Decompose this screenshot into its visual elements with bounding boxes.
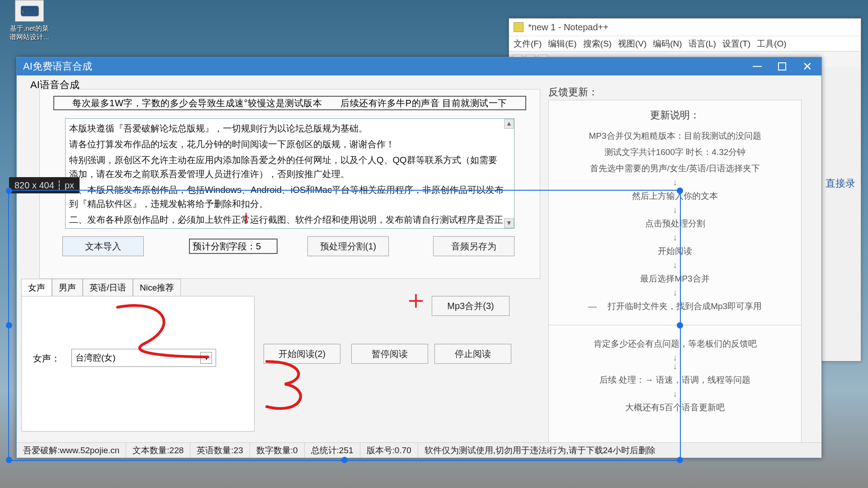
start-read-button[interactable]: 开始阅读(2): [264, 344, 340, 364]
input-panel: 每次最多1W字，字数的多少会导致生成速°较慢这是测试版本 后续还有许多牛P的声音…: [39, 89, 540, 279]
feedback-line: — 打开临时文件夹，找到合成Mp3即可享用: [558, 300, 792, 312]
update-title: 更新说明：: [558, 108, 792, 122]
main-textarea[interactable]: ▲ 本版块遵循『吾爱破解论坛总版规』，一切规则行为以论坛总版规为基础。 请各位打…: [65, 118, 514, 229]
status-total: 总统计:251: [305, 443, 360, 458]
banner-text: 每次最多1W字，字数的多少会导致生成速°较慢这是测试版本 后续还有许多牛P的声音…: [53, 96, 526, 110]
notepadpp-menu[interactable]: 文件(F) 编辑(E) 搜索(S) 视图(V) 编码(N) 语言(L) 设置(T…: [509, 36, 861, 51]
selection-handle[interactable]: [6, 322, 12, 328]
stop-read-button[interactable]: 停止阅读: [434, 344, 511, 364]
desktop-shortcut[interactable]: ⌨ 基于.net的菜谱网站设计...: [9, 0, 50, 42]
scroll-up-icon[interactable]: ▲: [504, 119, 514, 129]
menu-settings[interactable]: 设置(T): [722, 38, 750, 50]
arrow-down-icon: ↓: [558, 361, 792, 371]
feedback-panel: 更新说明： MP3合并仅为粗糙版本：目前我测试的没问题 测试文字共计1600字 …: [548, 100, 802, 452]
arrow-down-icon: ↓: [558, 287, 792, 298]
ai-window-title: AI免费语言合成: [23, 60, 92, 73]
minimize-icon[interactable]: [753, 66, 762, 67]
menu-tools[interactable]: 工具(O): [757, 38, 786, 50]
tab-female[interactable]: 女声: [21, 279, 52, 296]
arrow-down-icon: ↓: [558, 389, 792, 399]
feedback-line: 最后选择MP3合并: [558, 273, 792, 285]
voice-tab-pane: 女声： 台湾腔(女) ▾: [21, 296, 255, 432]
scroll-down-icon[interactable]: ▼: [504, 218, 514, 228]
status-num-count: 数字数量:0: [250, 443, 305, 458]
menu-edit[interactable]: 编辑(E): [548, 38, 576, 50]
tab-english-japanese[interactable]: 英语/日语: [83, 279, 133, 296]
shortcut-label: 基于.net的菜谱网站设计...: [9, 24, 50, 42]
notepadpp-titlebar[interactable]: *new 1 - Notepad++: [509, 19, 861, 36]
ai-speech-window[interactable]: AI免费语言合成 ✕ AI语音合成 每次最多1W字，字数的多少会导致生成速°较慢…: [16, 57, 822, 458]
feedback-line: 开始阅读: [558, 245, 792, 257]
voice-select-value: 台湾腔(女): [75, 352, 116, 364]
selection-handle[interactable]: [6, 457, 12, 463]
menu-language[interactable]: 语言(L): [689, 38, 716, 50]
feedback-line: 肯定多少还会有点问题，等老板们的反馈吧: [558, 338, 792, 350]
status-eng-count: 英语数量:23: [190, 443, 250, 458]
status-bar: 吾爱破解:www.52pojie.cn 文本数量:228 英语数量:23 数字数…: [17, 442, 821, 458]
mp3-merge-button[interactable]: Mp3合并(3): [432, 296, 509, 316]
tab-male[interactable]: 男声: [52, 279, 83, 296]
voice-select[interactable]: 台湾腔(女) ▾: [71, 349, 216, 367]
menu-file[interactable]: 文件(F): [514, 38, 542, 50]
dropdown-arrow-icon[interactable]: ▾: [200, 352, 212, 364]
notepadpp-icon: [514, 22, 524, 32]
feedback-line: 大概还有5百个语音更新吧: [558, 402, 792, 413]
status-site: 吾爱破解:www.52pojie.cn: [17, 443, 126, 458]
notepadpp-editor-text: 直接录: [826, 177, 855, 190]
voice-label: 女声：: [33, 352, 60, 365]
shortcut-icon: ⌨: [15, 0, 44, 22]
voice-tabs: 女声 男声 英语/日语 Nice推荐: [21, 279, 181, 296]
import-text-button[interactable]: 文本导入: [62, 236, 144, 256]
segment-count-field[interactable]: 预计分割字段：5: [189, 239, 278, 254]
close-icon[interactable]: ✕: [802, 60, 812, 74]
tab-nice[interactable]: Nice推荐: [133, 279, 181, 296]
crosshair-icon: [409, 294, 423, 308]
arrow-down-icon: ↓: [558, 260, 792, 270]
feedback-line: 后续 处理：→ 语速，语调，线程等问题: [558, 374, 792, 386]
audio-save-as-button[interactable]: 音频另存为: [433, 236, 514, 256]
arrow-down-icon: ↓: [558, 205, 792, 215]
text-caret-icon: |: [245, 208, 248, 226]
menu-search[interactable]: 搜索(S): [583, 38, 612, 50]
feedback-section-label: 反馈更新：: [548, 85, 598, 99]
maximize-icon[interactable]: [778, 62, 786, 70]
menu-view[interactable]: 视图(V): [618, 38, 646, 50]
arrow-down-icon: ↓: [558, 177, 792, 188]
feedback-line: 然后上方输入你的文本: [558, 190, 792, 202]
ai-titlebar[interactable]: AI免费语言合成 ✕: [17, 57, 821, 75]
notepadpp-title: *new 1 - Notepad++: [528, 22, 609, 33]
feedback-line: 点击预处理分割: [558, 218, 792, 230]
feedback-line: 首先选中需要的男声/女生/英语/日语选择夹下: [558, 163, 792, 174]
status-warning: 软件仅为测试使用,切勿用于违法i行为,请于下载24小时后删除: [418, 445, 821, 456]
feedback-line: 测试文字共计1600字 时长：4.32分钟: [558, 146, 792, 158]
selection-dimensions-label: 820 x 404 ┆ px: [9, 177, 80, 193]
preprocess-button[interactable]: 预处理分割(1): [307, 236, 389, 256]
status-text-count: 文本数量:228: [126, 443, 190, 458]
status-version: 版本号:0.70: [360, 443, 418, 458]
pause-read-button[interactable]: 暂停阅读: [351, 344, 428, 364]
arrow-down-icon: ↓: [558, 232, 792, 243]
feedback-line: MP3合并仅为粗糙版本：目前我测试的没问题: [558, 130, 792, 142]
menu-encoding[interactable]: 编码(N): [653, 38, 682, 50]
